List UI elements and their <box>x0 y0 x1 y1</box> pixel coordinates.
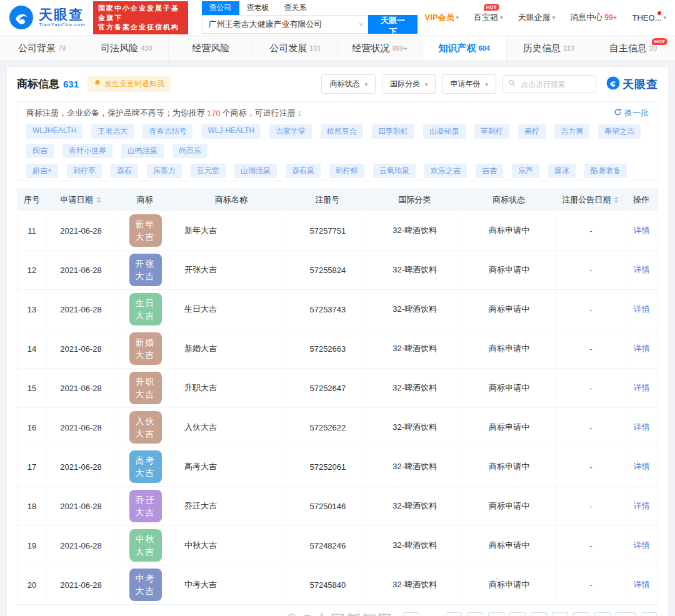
tab-company-background[interactable]: 公司背景79 <box>0 36 84 61</box>
filter-apply-year[interactable]: 申请年份▾ <box>442 74 496 94</box>
page-button-10[interactable]: 10 <box>594 612 611 616</box>
page-button-7[interactable]: 7 <box>531 612 547 616</box>
filter-intl-class[interactable]: 国际分类▾ <box>382 74 436 94</box>
trademark-image-badge[interactable]: 乔迁大吉 <box>129 490 162 522</box>
tab-company-background-count: 79 <box>58 44 66 52</box>
page-button-8[interactable]: 8 <box>552 612 568 616</box>
sort-icon[interactable] <box>614 197 619 203</box>
page-button-9[interactable]: 9 <box>573 612 589 616</box>
message-center-link[interactable]: 消息中心99+ <box>570 12 617 23</box>
trademark-tag[interactable]: WLJHEALTH <box>26 124 82 139</box>
tab-operating-status[interactable]: 经营状况999+ <box>338 36 422 61</box>
trademark-tag[interactable]: 尚百乐 <box>172 144 208 158</box>
trademark-tag[interactable]: 青叶小世界 <box>62 144 112 158</box>
trademark-tag[interactable]: 豆元堂 <box>191 164 226 178</box>
table-search-box[interactable] <box>502 75 596 93</box>
tab-history-info[interactable]: 历史信息110 <box>507 36 591 61</box>
table-search-input[interactable] <box>519 79 591 89</box>
trademark-tag[interactable]: 青春吉结号 <box>142 124 192 139</box>
clear-search-icon[interactable]: × <box>359 20 364 29</box>
trademark-image-badge[interactable]: 开张大吉 <box>129 254 162 286</box>
trademark-tag[interactable]: 森石 <box>111 164 138 178</box>
detail-link[interactable]: 详情 <box>634 500 650 512</box>
search-tab-relation[interactable]: 查关系 <box>277 1 314 15</box>
tab-company-development[interactable]: 公司发展101 <box>253 36 338 61</box>
detail-link[interactable]: 详情 <box>634 579 650 590</box>
trademark-image-badge[interactable]: 生日大吉 <box>129 293 162 325</box>
trademark-tag[interactable]: 欢乐之吉 <box>424 164 467 178</box>
detail-link[interactable]: 详情 <box>634 225 650 236</box>
cell-announce-date: - <box>556 329 625 368</box>
toolbox-link[interactable]: 百宝箱HOT▾ <box>474 12 503 23</box>
cell-apply-date: 2021-06-28 <box>46 251 115 289</box>
next-page-button[interactable]: > <box>641 612 657 616</box>
search-button[interactable]: 天眼一下 <box>368 15 417 34</box>
cell-serial: 18 <box>18 487 46 525</box>
detail-link[interactable]: 详情 <box>634 461 650 472</box>
trademark-tag[interactable]: 吉家学堂 <box>269 124 312 139</box>
trademark-tag[interactable]: 吉杏 <box>476 164 503 178</box>
trademark-image-badge[interactable]: 新婚大吉 <box>129 332 162 365</box>
brand-domain: TianYanCha.com <box>39 22 86 27</box>
page-button-..64[interactable]: ..64 <box>616 612 636 616</box>
trademark-tag[interactable]: 山湖活泉 <box>234 164 277 178</box>
page-button-5[interactable]: 5 <box>488 612 504 616</box>
trademark-tag[interactable]: 刺柠鲜 <box>329 164 364 178</box>
trademark-tag[interactable]: 山凝铂泉 <box>423 124 466 139</box>
trademark-image-badge[interactable]: 中考大吉 <box>129 569 162 601</box>
trademark-tag[interactable]: 爆冰 <box>548 164 576 178</box>
trademark-tag[interactable]: 乐慕力 <box>147 164 182 178</box>
trademark-tag[interactable]: 闽吉 <box>26 144 54 158</box>
page-button-1[interactable]: 1 <box>403 612 419 616</box>
user-menu[interactable]: THEO...▾ <box>632 13 666 22</box>
trademark-tag[interactable]: 吉力爽 <box>554 124 589 139</box>
trademark-image-badge[interactable]: 升职大吉 <box>129 372 162 404</box>
tianyancha-logo[interactable]: 天眼查 TianYanCha.com <box>9 5 86 30</box>
trademark-tag[interactable]: 植然豆合 <box>321 124 363 139</box>
cell-apply-date: 2021-06-28 <box>46 329 115 368</box>
detail-link[interactable]: 详情 <box>634 343 650 354</box>
tab-intellectual-property[interactable]: 知识产权604 <box>422 36 507 61</box>
cell-action: 详情 <box>625 290 658 329</box>
trademark-tag[interactable]: 山鸣活泉 <box>121 144 164 158</box>
trademark-image-badge[interactable]: 高考大吉 <box>129 450 162 483</box>
enterprise-service-link[interactable]: 天眼企服▾ <box>518 12 556 23</box>
trademark-image-badge[interactable]: 入伙大吉 <box>129 411 162 444</box>
trademark-tag[interactable]: 刺柠萃 <box>67 164 102 178</box>
detail-link[interactable]: 详情 <box>634 422 650 433</box>
trademark-tag[interactable]: 酷暑装备 <box>584 164 627 178</box>
trademark-image-badge[interactable]: 新年大吉 <box>129 214 162 247</box>
trademark-tag[interactable]: 云氧珀泉 <box>373 164 416 178</box>
detail-link[interactable]: 详情 <box>634 382 650 394</box>
company-search-input[interactable] <box>202 20 359 29</box>
page-button-6[interactable]: 6 <box>509 612 526 616</box>
trademark-tag[interactable]: 超吉+ <box>26 164 58 178</box>
sort-icon[interactable] <box>96 197 101 203</box>
search-tab-company[interactable]: 查公司 <box>202 1 239 15</box>
tab-judicial-risk[interactable]: 司法风险438 <box>84 36 169 61</box>
tab-operating-risk[interactable]: 经营风险 <box>169 36 253 61</box>
notify-on-change-button[interactable]: 发生变更时通知我 <box>88 76 171 92</box>
page-button-4[interactable]: 4 <box>467 612 483 616</box>
tab-self-info-label: 自主信息 <box>609 42 647 54</box>
trademark-tag[interactable]: 果柠 <box>518 124 546 139</box>
trademark-image-badge[interactable]: 中秋大吉 <box>129 529 162 562</box>
trademark-tag[interactable]: 森石泉 <box>286 164 321 178</box>
trademark-tag[interactable]: 乐芦 <box>512 164 539 178</box>
trademark-tag[interactable]: 希望之吉 <box>598 124 641 139</box>
trademark-tag[interactable]: 四季彩虹 <box>372 124 414 139</box>
tab-self-info[interactable]: 自主信息20HOT <box>591 36 675 61</box>
vip-member-link[interactable]: VIP会员▾ <box>425 12 459 23</box>
search-tab-boss[interactable]: 查老板 <box>239 1 277 15</box>
trademark-tag[interactable]: 王老吉大 <box>91 124 134 139</box>
detail-link[interactable]: 详情 <box>634 304 650 315</box>
filter-trademark-status[interactable]: 商标状态▾ <box>321 74 376 94</box>
page-button-2[interactable]: 2 <box>424 612 441 616</box>
detail-link[interactable]: 详情 <box>634 540 650 551</box>
refresh-batch-button[interactable]: 换一批 <box>614 107 649 119</box>
page-button-3[interactable]: 3 <box>446 612 462 616</box>
trademark-tag[interactable]: 萃刺柠 <box>474 124 509 139</box>
detail-link[interactable]: 详情 <box>634 264 650 276</box>
trademark-tag[interactable]: WLJ-HEALTH <box>201 124 260 139</box>
badge-line1: 新婚 <box>136 336 156 349</box>
